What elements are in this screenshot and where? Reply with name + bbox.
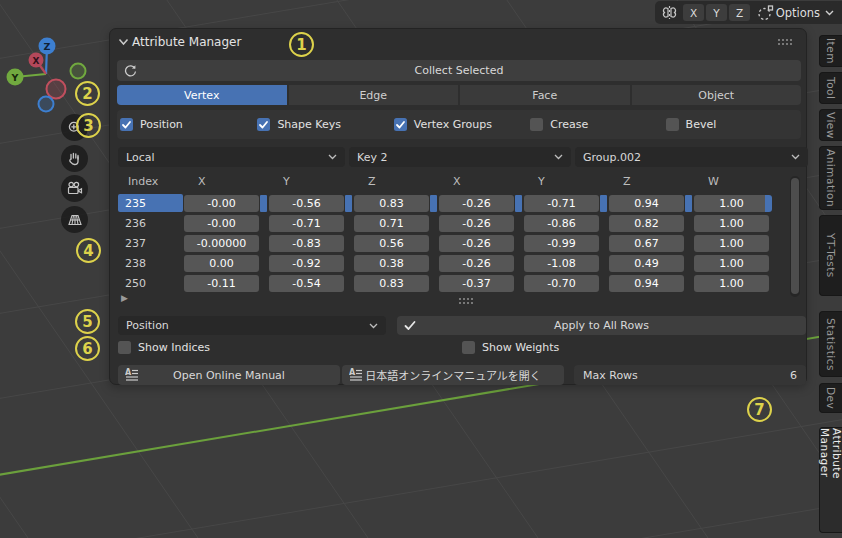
- toggle-vertex-groups[interactable]: Vertex Groups: [394, 118, 530, 131]
- value-cell[interactable]: 0.49: [609, 255, 684, 272]
- row-index-cell[interactable]: 237: [118, 234, 184, 252]
- value-cell[interactable]: 0.67: [609, 235, 684, 252]
- open-japanese-manual-button[interactable]: A 日本語オンラインマニュアルを開く: [342, 365, 564, 385]
- show-weights-label: Show Weights: [482, 341, 559, 354]
- value-cell[interactable]: -0.26: [439, 235, 514, 252]
- value-cell[interactable]: 1.00: [694, 215, 769, 232]
- checkbox-unchecked-icon[interactable]: [530, 118, 543, 131]
- panel-drag-grip-icon[interactable]: [777, 38, 792, 45]
- checkbox-unchecked-icon[interactable]: [666, 118, 679, 131]
- proportional-editing-icon[interactable]: [757, 5, 774, 21]
- value-cell[interactable]: -0.00: [184, 215, 259, 232]
- value-cell[interactable]: -0.70: [524, 275, 599, 292]
- sidebar-tab-view[interactable]: View: [819, 109, 842, 141]
- value-cell[interactable]: 0.83: [354, 275, 429, 292]
- show-weights-checkbox[interactable]: Show Weights: [462, 341, 559, 354]
- tab-edge[interactable]: Edge: [289, 85, 459, 105]
- table-expand-arrow[interactable]: ▶: [121, 294, 128, 303]
- vertex-group-dropdown[interactable]: Group.002: [575, 147, 808, 167]
- sidebar-tab-animation[interactable]: Animation: [819, 146, 842, 210]
- table-scrollbar-thumb[interactable]: [791, 178, 799, 294]
- table-resize-grip-icon[interactable]: [458, 297, 473, 304]
- chevron-down-icon: [791, 154, 800, 160]
- row-index-cell[interactable]: 238: [118, 254, 184, 272]
- row-index-cell[interactable]: 250: [118, 274, 184, 292]
- space-dropdown[interactable]: Local: [118, 147, 345, 167]
- toggle-position[interactable]: Position: [120, 118, 257, 131]
- sidebar-tab-item[interactable]: Item: [819, 35, 842, 67]
- row-index-cell[interactable]: 236: [118, 214, 184, 232]
- value-cell[interactable]: 0.94: [609, 275, 684, 292]
- value-cell[interactable]: 1.00: [694, 275, 769, 292]
- value-cell[interactable]: 0.56: [354, 235, 429, 252]
- tab-vertex[interactable]: Vertex: [117, 85, 287, 105]
- value-cell[interactable]: -0.92: [269, 255, 344, 272]
- sidebar-tab-statistics[interactable]: Statistics: [819, 311, 842, 377]
- column-header-x: X: [439, 175, 524, 188]
- camera-view-icon[interactable]: [61, 175, 88, 202]
- value-cell[interactable]: -0.71: [524, 195, 599, 212]
- value-cell[interactable]: 0.38: [354, 255, 429, 272]
- value-cell[interactable]: -0.56: [269, 195, 344, 212]
- panel-title: Attribute Manager: [132, 35, 241, 49]
- value-cell[interactable]: -0.71: [269, 215, 344, 232]
- value-cell[interactable]: -0.26: [439, 255, 514, 272]
- toggle-crease[interactable]: Crease: [530, 118, 665, 131]
- value-cell[interactable]: -0.37: [439, 275, 514, 292]
- symmetry-butterfly-icon[interactable]: [661, 5, 678, 20]
- show-indices-checkbox[interactable]: Show Indices: [118, 341, 210, 354]
- value-cell[interactable]: 0.00: [184, 255, 259, 272]
- value-cell[interactable]: 1.00: [694, 255, 769, 272]
- table-scrollbar[interactable]: [790, 176, 800, 297]
- collapse-chevron-icon[interactable]: [118, 38, 129, 46]
- value-cell[interactable]: -0.00: [184, 195, 259, 212]
- chevron-down-icon: [369, 323, 378, 329]
- sidebar-tab-attribute-manager[interactable]: Attribute Manager: [819, 427, 842, 533]
- axis-toggle-y[interactable]: Y: [706, 4, 727, 21]
- tab-face[interactable]: Face: [460, 85, 630, 105]
- orthographic-grid-icon[interactable]: [61, 206, 88, 233]
- value-cell[interactable]: -0.11: [184, 275, 259, 292]
- attribute-select-dropdown[interactable]: Position: [118, 316, 386, 335]
- table-row: 236-0.00-0.710.71-0.26-0.860.821.00: [118, 213, 779, 233]
- row-index-cell[interactable]: 235: [118, 194, 183, 212]
- axis-toggle-x[interactable]: X: [683, 4, 704, 21]
- sidebar-tab-tool[interactable]: Tool: [819, 72, 842, 104]
- value-cell[interactable]: 1.00: [694, 235, 769, 252]
- shape-key-dropdown[interactable]: Key 2: [349, 147, 571, 167]
- value-cell[interactable]: 0.94: [609, 195, 684, 212]
- sidebar-tab-dev[interactable]: Dev: [819, 383, 842, 413]
- value-cell[interactable]: -0.83: [269, 235, 344, 252]
- collect-selected-button[interactable]: Collect Selected: [117, 60, 801, 81]
- checkbox-checked-icon[interactable]: [394, 118, 407, 131]
- table-row: 250-0.11-0.540.83-0.37-0.700.941.00: [118, 273, 779, 293]
- value-cell[interactable]: 0.82: [609, 215, 684, 232]
- value-cell[interactable]: -0.26: [439, 195, 514, 212]
- value-cell[interactable]: -0.26: [439, 215, 514, 232]
- value-cell[interactable]: 0.71: [354, 215, 429, 232]
- open-online-manual-button[interactable]: A Open Online Manual: [118, 365, 340, 385]
- toggle-bevel[interactable]: Bevel: [666, 118, 801, 131]
- toggle-label: Bevel: [686, 118, 717, 131]
- show-weights-box[interactable]: [462, 341, 475, 354]
- pan-hand-icon[interactable]: [61, 145, 88, 172]
- vertex-group-dropdown-value: Group.002: [583, 151, 791, 164]
- apply-to-all-rows-button[interactable]: Apply to All Rows: [397, 316, 806, 335]
- checkbox-checked-icon[interactable]: [257, 118, 270, 131]
- value-cell[interactable]: 1.00: [694, 195, 769, 212]
- shape-key-dropdown-value: Key 2: [357, 151, 554, 164]
- max-rows-field[interactable]: Max Rows 6: [574, 365, 806, 385]
- sidebar-tab-yt-tests[interactable]: YT-Tests: [819, 215, 842, 296]
- tab-object[interactable]: Object: [632, 85, 802, 105]
- toggle-shape-keys[interactable]: Shape Keys: [257, 118, 393, 131]
- value-cell[interactable]: -1.08: [524, 255, 599, 272]
- value-cell[interactable]: 0.83: [354, 195, 429, 212]
- value-cell[interactable]: -0.86: [524, 215, 599, 232]
- checkbox-checked-icon[interactable]: [120, 118, 133, 131]
- value-cell[interactable]: -0.00000: [184, 235, 259, 252]
- axis-toggle-z[interactable]: Z: [729, 4, 750, 21]
- options-dropdown[interactable]: Options: [776, 6, 834, 20]
- value-cell[interactable]: -0.54: [269, 275, 344, 292]
- show-indices-box[interactable]: [118, 341, 131, 354]
- value-cell[interactable]: -0.99: [524, 235, 599, 252]
